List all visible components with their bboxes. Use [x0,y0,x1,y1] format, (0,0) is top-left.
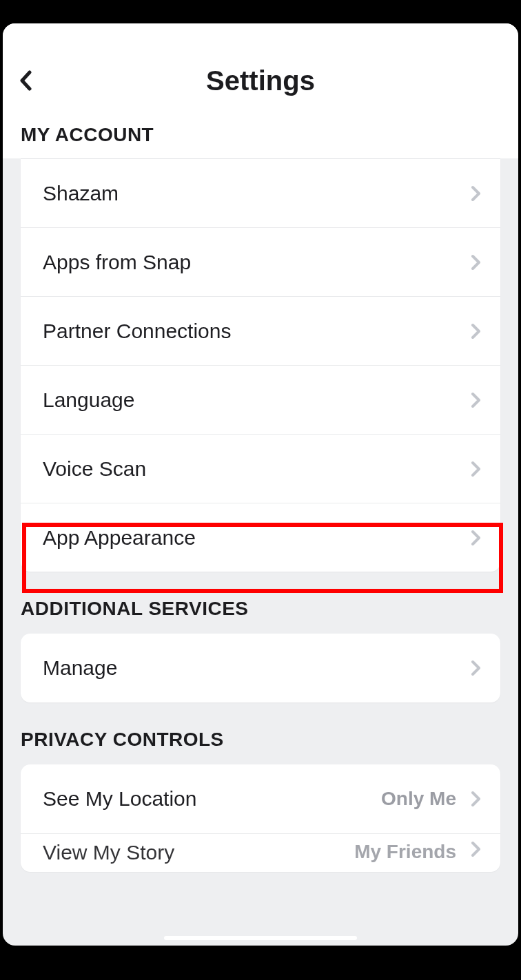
chevron-right-icon [471,392,481,408]
page-title: Settings [15,65,506,96]
row-label: Voice Scan [43,457,471,481]
section-header-privacy: PRIVACY CONTROLS [3,702,518,764]
title-row: Settings [3,58,518,112]
row-manage[interactable]: Manage [21,634,500,702]
row-label: Language [43,388,471,412]
chevron-right-icon [471,841,481,857]
row-language[interactable]: Language [21,365,500,434]
section-header-additional: ADDITIONAL SERVICES [3,572,518,634]
header: Settings MY ACCOUNT [3,23,518,158]
row-value: My Friends [354,841,456,863]
row-app-appearance[interactable]: App Appearance [21,503,500,572]
row-label: Shazam [43,182,471,205]
privacy-list: See My Location Only Me View My Story My… [21,764,500,872]
row-label: View My Story [43,841,354,864]
chevron-right-icon [471,185,481,202]
settings-screen: Settings MY ACCOUNT Shazam Apps from Sna… [3,23,518,946]
row-apps-from-snap[interactable]: Apps from Snap [21,227,500,296]
chevron-right-icon [471,254,481,271]
row-shazam[interactable]: Shazam [21,158,500,227]
chevron-right-icon [471,660,481,676]
additional-list: Manage [21,634,500,702]
row-partner-connections[interactable]: Partner Connections [21,296,500,365]
row-label: Manage [43,656,471,680]
row-label: Apps from Snap [43,251,471,274]
chevron-right-icon [471,323,481,340]
chevron-right-icon [471,461,481,477]
row-view-my-story[interactable]: View My Story My Friends [21,833,500,872]
section-header-account: MY ACCOUNT [3,112,518,158]
row-label: See My Location [43,787,381,811]
account-list: Shazam Apps from Snap Partner Connection… [21,158,500,572]
row-value: Only Me [381,788,456,810]
row-label: Partner Connections [43,320,471,343]
row-see-my-location[interactable]: See My Location Only Me [21,764,500,833]
row-label: App Appearance [43,526,471,550]
chevron-right-icon [471,791,481,807]
row-voice-scan[interactable]: Voice Scan [21,434,500,503]
chevron-right-icon [471,530,481,546]
home-indicator[interactable] [164,936,357,940]
